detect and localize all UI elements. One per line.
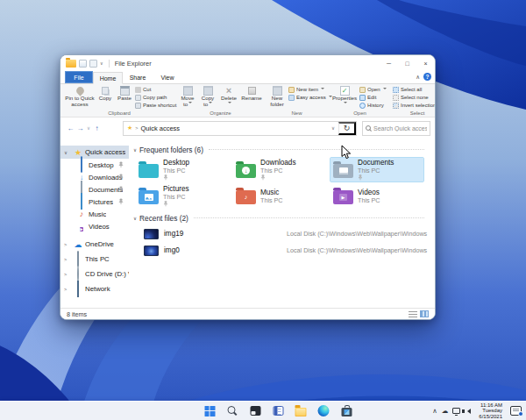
- image-thumbnail: [144, 246, 159, 256]
- edit-button[interactable]: Edit: [359, 94, 389, 101]
- select-none-button[interactable]: Select none: [393, 94, 436, 101]
- chevron-down-icon[interactable]: ∨: [133, 147, 137, 153]
- music-folder-icon: ♪: [236, 190, 256, 204]
- folder-tile-documents[interactable]: Documents This PC: [331, 158, 423, 182]
- forward-button[interactable]: →: [75, 122, 85, 134]
- cut-button[interactable]: Cut: [135, 86, 174, 93]
- sidebar-item-documents[interactable]: Documents: [60, 183, 129, 196]
- chevron-down-icon[interactable]: ∨: [133, 216, 137, 221]
- details-view-toggle-icon[interactable]: [409, 311, 417, 318]
- pin-to-quick-access-button[interactable]: Pin to Quick access: [64, 85, 96, 107]
- sidebar-item-this-pc[interactable]: > This PC: [60, 252, 129, 267]
- recent-file-row[interactable]: img19 Local Disk (C:)\Windows\Web\Wallpa…: [129, 225, 435, 242]
- tab-file[interactable]: File: [65, 71, 93, 83]
- rename-button[interactable]: Rename: [240, 85, 263, 102]
- search-box[interactable]: [362, 121, 430, 136]
- widgets-button[interactable]: [272, 404, 285, 417]
- section-frequent-folders[interactable]: ∨ Frequent folders (6): [133, 145, 435, 154]
- start-button[interactable]: [203, 404, 217, 417]
- properties-shortcut-icon[interactable]: [79, 60, 87, 68]
- invert-selection-button[interactable]: Invert selection: [393, 102, 436, 109]
- folder-tile-videos[interactable]: ▶ Videos This PC: [331, 184, 423, 208]
- recent-files-list: img19 Local Disk (C:)\Windows\Web\Wallpa…: [129, 225, 435, 259]
- recent-file-row[interactable]: img0 Local Disk (C:)\Windows\Web\Wallpap…: [129, 242, 435, 259]
- volume-tray-icon[interactable]: [465, 409, 471, 414]
- search-input[interactable]: [373, 125, 427, 132]
- collapse-ribbon-icon[interactable]: ∧: [416, 74, 420, 81]
- tab-view[interactable]: View: [153, 71, 182, 83]
- refresh-button[interactable]: ↻: [338, 122, 356, 135]
- pin-icon: [163, 201, 168, 207]
- help-icon[interactable]: ?: [423, 73, 431, 81]
- paste-button[interactable]: Paste: [115, 85, 134, 102]
- back-button[interactable]: ←: [66, 122, 75, 134]
- onedrive-tray-icon[interactable]: ☁: [442, 407, 449, 415]
- properties-button[interactable]: ✓ Properties: [331, 85, 359, 107]
- select-none-icon: [393, 95, 399, 101]
- history-button[interactable]: History: [359, 102, 389, 109]
- folder-tile-desktop[interactable]: Desktop This PC: [136, 158, 229, 182]
- copy-button[interactable]: Copy: [96, 85, 114, 102]
- folder-tile-pictures[interactable]: Pictures This PC: [136, 184, 229, 208]
- chevron-right-icon[interactable]: >: [64, 242, 67, 247]
- address-bar[interactable]: ★ > Quick access ∨ ↻: [123, 121, 357, 136]
- address-dropdown-icon[interactable]: ∨: [328, 125, 338, 131]
- breadcrumb-chevron-icon[interactable]: >: [135, 125, 138, 131]
- tab-home[interactable]: Home: [93, 72, 123, 84]
- close-button[interactable]: ×: [416, 55, 435, 71]
- edge-browser-button[interactable]: [317, 404, 331, 417]
- new-folder-shortcut-icon[interactable]: [89, 60, 97, 68]
- easy-access-button[interactable]: Easy access: [288, 94, 327, 101]
- clock-day: Tuesday: [479, 408, 502, 413]
- open-button[interactable]: Open: [359, 86, 389, 93]
- chevron-down-icon[interactable]: ∨: [64, 150, 68, 155]
- title-bar: ∨ File Explorer ─ □ ×: [60, 55, 435, 71]
- chevron-right-icon[interactable]: >: [64, 272, 67, 277]
- sidebar-item-music[interactable]: ♪ Music: [60, 208, 129, 220]
- microsoft-store-button[interactable]: [340, 404, 353, 417]
- file-explorer-taskbar-button[interactable]: [295, 404, 308, 417]
- breadcrumb-location[interactable]: Quick access: [141, 125, 181, 132]
- pin-icon: [118, 174, 124, 181]
- tab-share[interactable]: Share: [123, 71, 153, 83]
- chevron-right-icon[interactable]: >: [64, 287, 67, 292]
- edge-icon: [318, 405, 330, 416]
- group-label-organize: Organize: [178, 110, 263, 117]
- sidebar-item-downloads[interactable]: ↓ Downloads: [60, 171, 129, 183]
- chevron-right-icon[interactable]: >: [64, 257, 67, 262]
- qat-dropdown-icon[interactable]: ∨: [100, 61, 103, 66]
- sidebar-item-network[interactable]: > Network: [60, 281, 129, 296]
- sidebar-item-videos[interactable]: ▶ Videos: [60, 220, 129, 232]
- up-button[interactable]: ↑: [92, 122, 102, 134]
- maximize-button[interactable]: □: [398, 55, 416, 71]
- sidebar-item-desktop[interactable]: Desktop: [60, 159, 129, 171]
- sidebar-item-cd-drive[interactable]: > CD Drive (D:) Virtual: [60, 267, 129, 281]
- section-divider: [209, 149, 424, 150]
- this-pc-icon: [74, 252, 82, 267]
- move-to-button[interactable]: Move to: [178, 85, 197, 107]
- select-all-button[interactable]: Select all: [393, 86, 436, 93]
- history-clock-icon: [359, 103, 366, 109]
- large-icons-view-toggle-icon[interactable]: [420, 310, 429, 317]
- pin-icon: [260, 174, 266, 181]
- folder-tile-music[interactable]: ♪ Music This PC: [233, 184, 326, 208]
- section-recent-files[interactable]: ∨ Recent files (2): [133, 213, 435, 223]
- network-tray-icon[interactable]: [452, 408, 460, 414]
- copy-path-button[interactable]: Copy path: [135, 94, 174, 101]
- copy-to-button[interactable]: Copy to: [198, 85, 217, 107]
- sidebar-item-onedrive[interactable]: > ☁ OneDrive: [60, 237, 129, 252]
- sidebar-item-pictures[interactable]: Pictures: [60, 196, 129, 208]
- task-view-button[interactable]: [249, 404, 262, 417]
- new-folder-button[interactable]: New folder: [267, 85, 288, 107]
- delete-button[interactable]: × Delete: [218, 85, 239, 107]
- notifications-icon[interactable]: [510, 406, 522, 416]
- taskbar-search-button[interactable]: [226, 404, 239, 417]
- paste-shortcut-button[interactable]: Paste shortcut: [135, 102, 174, 109]
- taskbar-clock[interactable]: 11:16 AM Tuesday 6/15/2021: [479, 402, 502, 419]
- minimize-button[interactable]: ─: [380, 55, 398, 71]
- new-item-button[interactable]: New item: [288, 86, 327, 93]
- folder-tile-downloads[interactable]: ↓ Downloads This PC: [233, 158, 326, 182]
- sidebar-item-quick-access[interactable]: ∨ ★ Quick access: [60, 146, 129, 159]
- show-hidden-icons-chevron[interactable]: ∧: [432, 407, 437, 415]
- recent-locations-icon[interactable]: ∨: [85, 122, 92, 134]
